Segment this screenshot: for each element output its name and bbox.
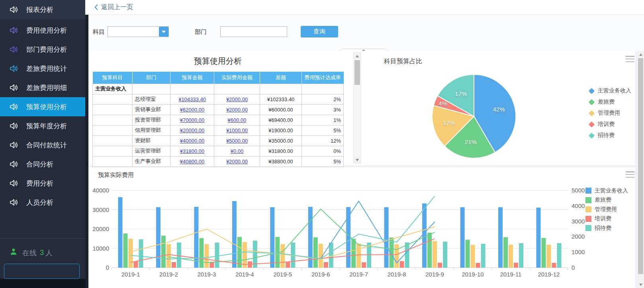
amount-link[interactable]: ¥600.00 xyxy=(228,117,247,123)
sidebar-search-input[interactable] xyxy=(4,268,90,275)
bar[interactable] xyxy=(243,242,247,268)
amount-link[interactable]: ¥2000.00 xyxy=(226,96,248,102)
legend-item[interactable]: 差旅费 xyxy=(585,196,628,205)
amount-link[interactable]: ¥70000.00 xyxy=(180,117,204,123)
sidebar-item-9[interactable]: 费用分析 xyxy=(0,174,85,193)
sidebar-item-4[interactable]: 差旅费用明细 xyxy=(0,78,85,97)
bar[interactable] xyxy=(481,244,485,268)
scroll-down-icon[interactable] xyxy=(637,282,644,288)
bar[interactable] xyxy=(427,233,432,268)
legend-item[interactable]: 主营业务收入 xyxy=(589,85,631,96)
bar[interactable] xyxy=(443,242,447,268)
query-button[interactable]: 查询 xyxy=(301,26,338,37)
bar[interactable] xyxy=(313,237,318,268)
bar[interactable] xyxy=(166,244,171,268)
amount-link[interactable]: ¥20000.00 xyxy=(180,127,204,133)
bar[interactable] xyxy=(118,197,123,268)
amount-link[interactable]: ¥2000.00 xyxy=(226,159,248,165)
bar[interactable] xyxy=(509,245,513,268)
bar[interactable] xyxy=(362,262,366,268)
chevron-down-icon[interactable] xyxy=(159,27,168,37)
amount-link[interactable]: ¥40800.00 xyxy=(180,159,204,165)
department-input[interactable] xyxy=(220,26,287,37)
legend-item[interactable]: 招待费 xyxy=(589,130,631,141)
bar[interactable] xyxy=(498,207,503,268)
bar[interactable] xyxy=(270,207,274,268)
page-scrollbar[interactable] xyxy=(637,51,644,288)
bar[interactable] xyxy=(134,261,138,268)
amount-link[interactable]: ¥31800.00 xyxy=(180,148,204,154)
bar[interactable] xyxy=(286,262,290,268)
menu-icon[interactable] xyxy=(626,171,634,178)
amount-link[interactable]: ¥1000.00 xyxy=(226,127,248,133)
legend-item[interactable]: 招待费 xyxy=(585,223,628,233)
menu-icon[interactable] xyxy=(626,56,634,62)
amount-link[interactable]: ¥62000.00 xyxy=(180,107,204,113)
sidebar-item-1[interactable]: 费用使用分析 xyxy=(0,21,85,40)
bar[interactable] xyxy=(156,207,161,268)
legend-item[interactable]: 培训费 xyxy=(589,119,631,130)
bar[interactable] xyxy=(129,239,133,268)
bar[interactable] xyxy=(324,262,328,268)
subject-select[interactable] xyxy=(108,26,169,37)
bar[interactable] xyxy=(232,201,237,268)
bar[interactable] xyxy=(329,243,333,268)
bar[interactable] xyxy=(356,243,361,268)
bar[interactable] xyxy=(204,244,209,268)
back-button[interactable]: 返回上一页 xyxy=(94,3,133,12)
bar[interactable] xyxy=(547,245,551,268)
bar[interactable] xyxy=(123,233,128,268)
bar[interactable] xyxy=(471,245,475,268)
bar[interactable] xyxy=(438,263,442,268)
bar[interactable] xyxy=(466,240,470,268)
sidebar-item-5[interactable]: 预算使用分析 xyxy=(0,97,85,116)
bar[interactable] xyxy=(405,243,409,268)
legend-item[interactable]: 主营业务收入 xyxy=(585,186,628,196)
page-scrollbar-thumb[interactable] xyxy=(638,58,643,274)
bar[interactable] xyxy=(280,244,285,268)
bar[interactable] xyxy=(557,243,562,268)
sidebar-item-2[interactable]: 部门费用分析 xyxy=(0,40,85,59)
bar[interactable] xyxy=(215,243,219,268)
table-scrollbar[interactable] xyxy=(353,52,361,164)
scroll-up-icon[interactable] xyxy=(354,53,361,59)
bar[interactable] xyxy=(552,263,556,268)
bar[interactable] xyxy=(209,262,214,268)
sidebar-item-10[interactable]: 人员分析 xyxy=(0,193,85,212)
scroll-up-icon[interactable] xyxy=(637,51,644,57)
bar[interactable] xyxy=(400,261,404,268)
sidebar-item-3[interactable]: 差旅费用统计 xyxy=(0,59,85,78)
legend-item[interactable]: 管理费用 xyxy=(589,108,631,119)
bar[interactable] xyxy=(161,236,166,268)
bar[interactable] xyxy=(384,207,389,268)
bar[interactable] xyxy=(395,244,399,268)
bar[interactable] xyxy=(542,238,546,268)
amount-link[interactable]: ¥104333.40 xyxy=(178,96,206,102)
legend-item[interactable]: 管理费用 xyxy=(585,205,628,214)
amount-link[interactable]: ¥2000.00 xyxy=(226,107,248,113)
line-series[interactable] xyxy=(131,227,435,259)
amount-link[interactable]: ¥0.00 xyxy=(231,148,244,154)
bar[interactable] xyxy=(536,208,541,268)
panel-collapse-handle[interactable] xyxy=(336,47,391,51)
amount-link[interactable]: ¥40000.00 xyxy=(180,138,204,144)
bar[interactable] xyxy=(172,262,176,268)
bar[interactable] xyxy=(460,207,465,268)
bar[interactable] xyxy=(519,243,523,268)
legend-item[interactable]: 差旅费 xyxy=(589,96,631,108)
bar[interactable] xyxy=(199,238,204,268)
bar[interactable] xyxy=(476,263,480,268)
bar[interactable] xyxy=(433,241,437,268)
bar[interactable] xyxy=(514,263,518,268)
bar[interactable] xyxy=(139,239,143,268)
bar[interactable] xyxy=(308,207,313,268)
bar[interactable] xyxy=(503,237,508,268)
sidebar-item-6[interactable]: 预算年度分析 xyxy=(0,116,85,135)
amount-link[interactable]: ¥5000.00 xyxy=(226,138,248,144)
bar[interactable] xyxy=(351,239,356,268)
bar[interactable] xyxy=(177,243,181,268)
legend-item[interactable]: 培训费 xyxy=(585,214,628,224)
sidebar-item-7[interactable]: 合同付款统计 xyxy=(0,135,85,155)
sidebar-item-8[interactable]: 合同分析 xyxy=(0,155,85,174)
scroll-down-icon[interactable] xyxy=(354,157,361,163)
